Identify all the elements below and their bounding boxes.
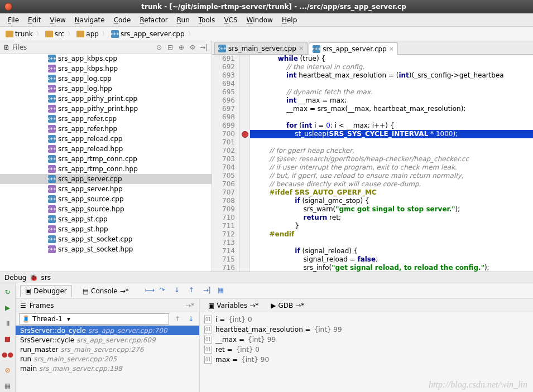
file-item[interactable]: c++srs_app_rtmp_conn.hpp [0,164,212,174]
menu-window[interactable]: Window [243,15,276,25]
menu-run[interactable]: Run [174,15,193,25]
expand-icon[interactable]: ⊕ [177,43,186,52]
menu-navigate[interactable]: Navigate [71,15,108,25]
breadcrumb-app[interactable]: app [74,29,101,39]
file-item[interactable]: c++srs_app_rtmp_conn.cpp [0,154,212,164]
hide-panel-icon[interactable]: →| [199,43,208,52]
rerun-button[interactable]: ↻ [2,287,13,298]
breadcrumb-srs_app_server.cpp[interactable]: c++srs_app_server.cpp [109,29,187,39]
file-item[interactable]: c++srs_app_st_socket.hpp [0,244,212,254]
close-tab-icon[interactable]: × [299,45,304,52]
file-item[interactable]: c++srs_app_log.cpp [0,74,212,84]
menu-view[interactable]: View [46,15,69,25]
file-item[interactable]: c++srs_app_kbps.cpp [0,54,212,64]
scroll-from-source-icon[interactable]: ⊙ [155,43,164,52]
menu-refactor[interactable]: Refactor [136,15,171,25]
variables-panel: ▣ Variables →* ▶ GDB →* 01i = {int} 001h… [200,299,533,392]
line-number-gutter[interactable]: 6916926936946956966976986997007017027037… [212,55,240,272]
mute-breakpoints-button[interactable]: ⊘ [2,365,13,376]
menu-tools[interactable]: Tools [195,15,219,25]
view-breakpoints-button[interactable]: ●● [2,349,13,360]
step-out-icon[interactable]: ↑ [189,286,199,296]
file-item[interactable]: c++srs_app_server.cpp [0,174,212,184]
cpp-file-icon: c++ [218,45,226,52]
window-close-button[interactable] [4,3,12,11]
hpp-file-icon: c++ [48,205,56,213]
file-item[interactable]: c++srs_app_refer.cpp [0,114,212,124]
variable-type-icon: 01 [204,326,212,333]
stack-frame[interactable]: run_mastersrs_main_server.cpp:276 [16,345,199,354]
cpp-file-icon: c++ [111,30,119,38]
window-titlebar: trunk - [~/git/simple-rtmp-server/trunk]… [0,0,533,13]
menu-file[interactable]: File [4,15,22,25]
run-to-cursor-icon[interactable]: →| [203,286,213,296]
hpp-file-icon: c++ [48,185,56,193]
file-item[interactable]: c++srs_app_refer.hpp [0,124,212,134]
breakpoint-icon[interactable] [242,131,248,138]
files-panel-icon: 🗎 [3,43,10,51]
file-item[interactable]: c++srs_app_server.hpp [0,184,212,194]
variable-item[interactable]: 01heartbeat_max_resolution = {int} 99 [204,325,529,335]
file-item[interactable]: c++srs_app_st.hpp [0,224,212,234]
variable-item[interactable]: 01i = {int} 0 [204,314,529,325]
breadcrumb-trunk[interactable]: trunk [3,29,35,39]
debugger-tab[interactable]: ▣ Debugger [20,285,72,297]
file-item[interactable]: c++srs_app_reload.hpp [0,144,212,154]
prev-frame-icon[interactable]: ↑ [172,314,183,324]
layout-button[interactable]: ▦ [2,380,13,391]
stack-frame[interactable]: SrsServer::do_cyclesrs_app_server.cpp:70… [16,326,199,335]
menu-vcs[interactable]: VCS [220,15,241,25]
file-item[interactable]: c++srs_app_st_socket.cpp [0,234,212,244]
evaluate-expression-icon[interactable]: ▦ [218,286,228,296]
console-tab[interactable]: ▤ Console →* [78,285,134,297]
file-item[interactable]: c++srs_app_st.cpp [0,214,212,224]
resume-button[interactable]: ▶ [2,302,13,313]
stack-frame[interactable]: runsrs_main_server.cpp:205 [16,354,199,364]
next-frame-icon[interactable]: ↓ [186,314,196,324]
stack-frame[interactable]: mainsrs_main_server.cpp:198 [16,364,199,373]
pause-button[interactable]: ⏸ [2,318,13,329]
variable-item[interactable]: 01__max = {int} 99 [204,335,529,345]
breakpoint-gutter[interactable] [240,55,250,272]
variable-item[interactable]: 01ret = {int} 0 [204,345,529,355]
menu-edit[interactable]: Edit [25,15,44,25]
debugger-tab-icon: ▣ [25,287,31,295]
code-area[interactable]: while (true) { // the interval in config… [250,55,533,272]
file-item[interactable]: c++srs_app_source.cpp [0,194,212,204]
variable-type-icon: 01 [204,316,212,323]
menu-code[interactable]: Code [111,15,135,25]
variable-item[interactable]: 01max = {int} 90 [204,355,529,365]
file-item[interactable]: c++srs_app_source.hpp [0,204,212,214]
file-item[interactable]: c++srs_app_pithy_print.hpp [0,104,212,114]
variable-list: 01i = {int} 001heartbeat_max_resolution … [200,312,533,392]
frames-pin-icon[interactable]: →* [185,301,195,311]
step-into-icon[interactable]: ↓ [174,286,184,296]
variables-tab-icon: ▣ [208,302,214,309]
close-tab-icon[interactable]: × [389,45,394,52]
editor-tab[interactable]: c++srs_main_server.cpp× [214,42,308,54]
thread-dropdown[interactable]: 🧵 Thread-1 ▾ [19,313,169,325]
show-execution-point-icon[interactable]: ⟼ [145,286,155,296]
file-item[interactable]: c++srs_app_reload.cpp [0,134,212,144]
hpp-file-icon: c++ [48,145,56,153]
cpp-file-icon: c++ [48,155,56,163]
breadcrumb-src[interactable]: src [43,29,67,39]
editor-tab[interactable]: c++srs_app_server.cpp× [309,42,398,55]
menu-help[interactable]: Help [278,15,300,25]
stack-frame[interactable]: SrsServer::cyclesrs_app_server.cpp:609 [16,335,199,345]
variables-tab[interactable]: ▣ Variables →* [203,299,263,312]
editor-area: c++srs_main_server.cpp×c++srs_app_server… [212,41,533,272]
editor-content[interactable]: 6916926936946956966976986997007017027037… [212,55,533,272]
cpp-file-icon: c++ [48,115,56,123]
gdb-tab[interactable]: ▶ GDB →* [266,299,309,312]
file-item[interactable]: c++srs_app_pithy_print.cpp [0,94,212,104]
stop-button[interactable]: ■ [2,333,13,345]
hpp-file-icon: c++ [48,65,56,72]
file-item[interactable]: c++srs_app_log.hpp [0,84,212,94]
collapse-all-icon[interactable]: ⊟ [166,43,175,52]
debug-label: Debug [4,274,26,282]
settings-gear-icon[interactable]: ⚙ [188,43,197,52]
step-over-icon[interactable]: ↷ [160,286,170,296]
file-item[interactable]: c++srs_app_kbps.hpp [0,64,212,74]
debug-target: srs [41,274,50,282]
